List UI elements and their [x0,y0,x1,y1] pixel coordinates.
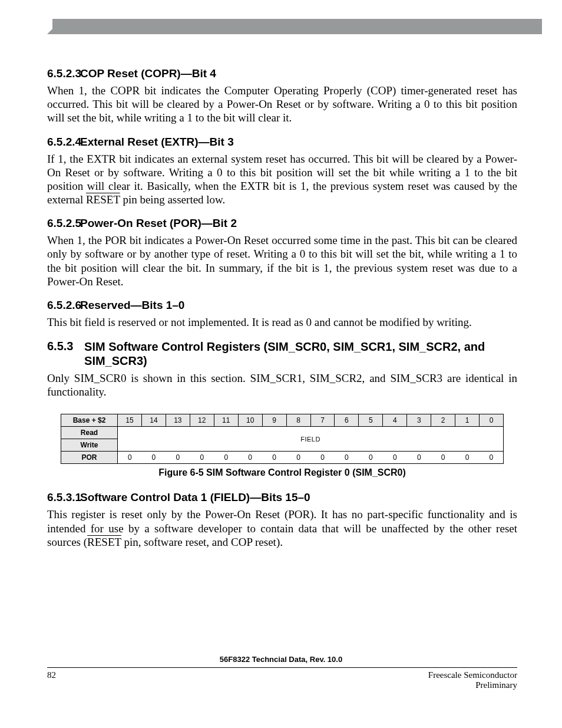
section-number: 6.5.3 [47,340,84,368]
por-cell: 0 [359,452,383,464]
section-number: 6.5.2.4 [47,136,78,149]
bit-cell: 3 [407,414,431,427]
bit-cell: 0 [480,414,504,427]
bit-cell: 11 [214,414,238,427]
paragraph: Only SIM_SCR0 is shown in this section. … [47,371,517,398]
footer-company: Freescale Semiconductor [428,670,517,680]
reset-overline: RESET [86,193,120,206]
bit-cell: 14 [141,414,166,427]
section-number: 6.5.3.1 [47,491,78,504]
por-cell: 0 [310,452,335,464]
table-row: POR 0 0 0 0 0 0 0 0 0 0 0 0 0 0 0 0 [61,452,504,464]
register-table: Base + $2 15 14 13 12 11 10 9 8 7 6 5 4 … [61,414,504,464]
por-cell: 0 [335,452,359,464]
bit-cell: 15 [118,414,142,427]
section-number: 6.5.2.5 [47,217,78,230]
section-title: External Reset (EXTR)—Bit 3 [80,136,234,148]
footer-row: 82 Freescale Semiconductor Preliminary [0,670,562,690]
page-number: 82 [47,670,56,690]
por-cell: 0 [141,452,166,464]
header-bar [52,19,542,29]
header-ribbon [47,29,542,34]
por-cell: 0 [214,452,238,464]
footer-right: Freescale Semiconductor Preliminary [428,670,517,690]
bit-cell: 5 [359,414,383,427]
heading-653: 6.5.3 SIM Software Control Registers (SI… [47,340,517,368]
por-cell: 0 [383,452,407,464]
addr-cell: Base + $2 [61,414,118,427]
por-cell: 0 [118,452,142,464]
reset-overline: RESET [87,536,121,548]
text: pin being asserted low. [120,193,226,206]
heading-6525: 6.5.2.5 Power-On Reset (POR)—Bit 2 [47,217,517,230]
por-cell: 0 [431,452,455,464]
por-label: POR [61,452,118,464]
write-label: Write [61,439,118,452]
paragraph: When 1, the COPR bit indicates the Compu… [47,84,517,125]
heading-6524: 6.5.2.4 External Reset (EXTR)—Bit 3 [47,136,517,149]
bit-cell: 8 [286,414,310,427]
bit-cell: 13 [166,414,190,427]
paragraph: When 1, the POR bit indicates a Power-On… [47,233,517,288]
por-cell: 0 [238,452,262,464]
paragraph: If 1, the EXTR bit indicates an external… [47,152,517,207]
section-title: SIM Software Control Registers (SIM_SCR0… [84,340,517,368]
por-cell: 0 [480,452,504,464]
footer-status: Preliminary [428,680,517,690]
section-number: 6.5.2.6 [47,299,78,312]
por-cell: 0 [286,452,310,464]
bit-cell: 10 [238,414,262,427]
section-title: Power-On Reset (POR)—Bit 2 [80,217,237,229]
field-cell: FIELD [118,427,504,452]
por-cell: 0 [455,452,480,464]
figure-caption: Figure 6-5 SIM Software Control Register… [47,467,517,478]
bit-cell: 7 [310,414,335,427]
page: 6.5.2.3 COP Reset (COPR)—Bit 4 When 1, t… [0,19,562,690]
bit-cell: 4 [383,414,407,427]
section-title: Reserved—Bits 1–0 [80,299,184,311]
bit-cell: 2 [431,414,455,427]
por-cell: 0 [166,452,190,464]
section-title: COP Reset (COPR)—Bit 4 [80,67,216,80]
bit-cell: 6 [335,414,359,427]
footer-rule [47,667,517,668]
footer-doc-title: 56F8322 Techncial Data, Rev. 10.0 [0,655,562,664]
section-title: Software Control Data 1 (FIELD)—Bits 15–… [80,491,310,503]
table-row: Base + $2 15 14 13 12 11 10 9 8 7 6 5 4 … [61,414,504,427]
por-cell: 0 [407,452,431,464]
por-cell: 0 [190,452,214,464]
heading-6531: 6.5.3.1 Software Control Data 1 (FIELD)—… [47,491,517,504]
heading-6523: 6.5.2.3 COP Reset (COPR)—Bit 4 [47,67,517,80]
bit-cell: 1 [455,414,480,427]
por-cell: 0 [262,452,286,464]
section-number: 6.5.2.3 [47,67,78,80]
content-area: 6.5.2.3 COP Reset (COPR)—Bit 4 When 1, t… [0,34,562,549]
paragraph: This bit field is reserved or not implem… [47,315,517,329]
read-label: Read [61,427,118,439]
paragraph: This register is reset only by the Power… [47,508,517,549]
table-row: Read FIELD [61,427,504,439]
bit-cell: 12 [190,414,214,427]
heading-6526: 6.5.2.6 Reserved—Bits 1–0 [47,299,517,312]
text: pin, software reset, and COP reset). [121,536,283,548]
bit-cell: 9 [262,414,286,427]
